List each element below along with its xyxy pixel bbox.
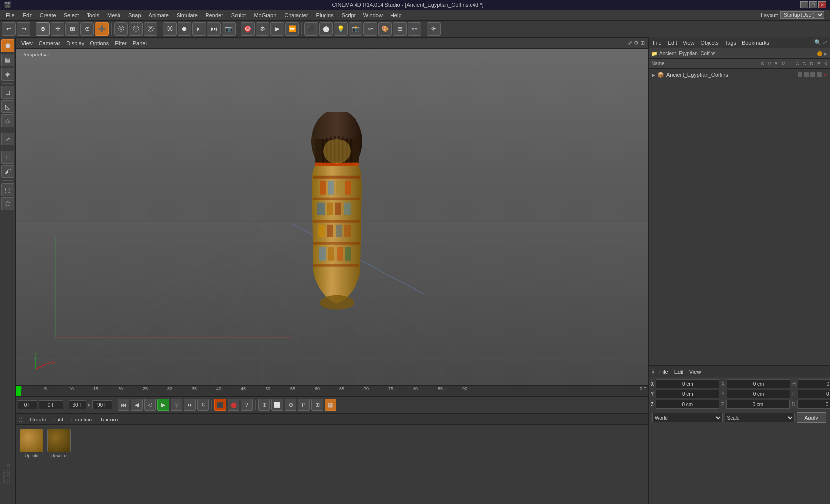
scale-tool-button[interactable]: ⊞ — [65, 22, 79, 36]
key-frame-button[interactable]: ⬜ — [271, 399, 283, 411]
redo-button[interactable]: ↪ — [17, 22, 30, 36]
coord-x-size[interactable] — [727, 379, 790, 388]
goto-start-button[interactable]: ⏮ — [118, 399, 129, 411]
end-frame-input[interactable] — [92, 400, 112, 409]
menu-character[interactable]: Character — [280, 11, 312, 19]
uvw-button[interactable]: ⬚ — [1, 183, 14, 196]
record-button[interactable]: ⏺ — [178, 22, 191, 36]
obj-ctrl-2[interactable] — [804, 72, 809, 77]
vp-expand-icon[interactable]: ⤢ — [628, 40, 632, 46]
menu-snap[interactable]: Snap — [124, 11, 145, 19]
light2-button[interactable]: ☀ — [427, 22, 441, 36]
material-button[interactable]: 🎨 — [378, 22, 392, 36]
sculpt-button[interactable]: ⬡ — [1, 197, 14, 210]
model-tool-button[interactable]: ⬟ — [1, 39, 14, 52]
undo-button[interactable]: ↩ — [2, 22, 16, 36]
obj-expand-icon[interactable]: ⤢ — [823, 39, 827, 46]
deform-button[interactable]: ⊔ — [1, 151, 14, 164]
viewport-container[interactable]: View Cameras Display Options Filter Pane… — [16, 37, 648, 386]
menu-window[interactable]: Window — [359, 11, 386, 19]
menu-create[interactable]: Create — [36, 11, 60, 19]
menu-edit[interactable]: Edit — [19, 11, 36, 19]
cycle-button[interactable]: ⊙ — [285, 399, 296, 411]
render-view-button[interactable]: 🎯 — [241, 22, 255, 36]
attr-menu-edit[interactable]: Edit — [673, 369, 685, 375]
render-settings-button[interactable]: ⚙ — [256, 22, 269, 36]
coord-y-pos[interactable] — [656, 390, 719, 398]
vp-menu-filter[interactable]: Filter — [113, 40, 128, 46]
stereo-button[interactable]: 👓 — [408, 22, 421, 36]
coord-x-pos[interactable] — [656, 379, 719, 388]
frame-display[interactable] — [39, 400, 63, 409]
timeline-ruler[interactable]: 0 5 10 15 20 25 30 35 40 45 50 55 60 65 — [16, 386, 648, 397]
obj-ctrl-4[interactable] — [817, 72, 822, 77]
goto-end-button[interactable]: ⏭ — [184, 399, 196, 411]
attr-menu-view[interactable]: View — [688, 369, 703, 375]
coord-z-pos[interactable] — [656, 400, 719, 409]
grid-button[interactable]: ⊞ — [311, 399, 323, 411]
obj-menu-bookmarks[interactable]: Bookmarks — [741, 40, 771, 46]
render-active-button[interactable]: ▶ — [270, 22, 284, 36]
point-tool-button[interactable]: ◇ — [1, 114, 14, 127]
menu-select[interactable]: Select — [60, 11, 83, 19]
menu-mesh[interactable]: Mesh — [103, 11, 124, 19]
menu-sculpt[interactable]: Sculpt — [227, 11, 250, 19]
vp-menu-display[interactable]: Display — [64, 40, 86, 46]
current-frame-input[interactable] — [18, 400, 37, 409]
play-backward-button[interactable]: ◁ — [144, 399, 156, 411]
bp-menu-function[interactable]: Function — [69, 417, 94, 422]
obj-menu-objects[interactable]: Objects — [699, 40, 720, 46]
menu-tools[interactable]: Tools — [83, 11, 103, 19]
x-axis-button[interactable]: Ⓧ — [114, 22, 128, 36]
key-help-button[interactable]: ? — [241, 399, 253, 411]
close-button[interactable]: ✕ — [818, 1, 826, 8]
next-frame-button[interactable]: ▷ — [171, 399, 182, 411]
coord-h-rot[interactable] — [798, 379, 830, 388]
coord-y-size[interactable] — [727, 390, 790, 398]
coord-system-select[interactable]: World — [652, 413, 723, 422]
auto-key-button[interactable]: ⏯ — [192, 22, 206, 36]
attr-menu-file[interactable]: File — [658, 369, 670, 375]
vertex-tool-button[interactable]: ◈ — [1, 68, 14, 81]
select-tool-button[interactable]: ⊕ — [36, 22, 50, 36]
obj-menu-file[interactable]: File — [652, 40, 663, 46]
render-all-button[interactable]: ⏩ — [285, 22, 299, 36]
apply-button[interactable]: Apply — [797, 412, 826, 423]
menu-script[interactable]: Script — [338, 11, 359, 19]
record-stop-button[interactable]: ⬛ — [214, 399, 226, 411]
edge-tool-button[interactable]: ◺ — [1, 100, 14, 113]
floor-button[interactable]: ⊟ — [393, 22, 407, 36]
object-row-coffins[interactable]: ▶ 📦 Ancient_Egyptian_Coffins ✕ — [650, 70, 829, 80]
vp-maximize-icon[interactable]: ⊞ — [640, 40, 645, 46]
menu-render[interactable]: Render — [202, 11, 227, 19]
viewport-scene[interactable]: Perspective — [16, 49, 648, 385]
bp-menu-edit[interactable]: Edit — [52, 417, 65, 422]
menu-simulate[interactable]: Simulate — [173, 11, 202, 19]
bp-menu-create[interactable]: Create — [28, 417, 48, 422]
pose-button[interactable]: P — [298, 399, 310, 411]
menu-mograph[interactable]: MoGraph — [250, 11, 280, 19]
add-button[interactable]: ➕ — [95, 22, 109, 36]
vp-settings-icon[interactable]: ⚙ — [634, 40, 639, 46]
material-down-o[interactable]: down_o — [47, 429, 71, 500]
vp-menu-view[interactable]: View — [19, 40, 35, 46]
coord-b-rot[interactable] — [797, 400, 830, 409]
menu-plugins[interactable]: Plugins — [312, 11, 338, 19]
rotate-tool-button[interactable]: ⊙ — [80, 22, 94, 36]
transform-mode-select[interactable]: Scale — [725, 413, 795, 422]
z-axis-button[interactable]: Ⓩ — [144, 22, 157, 36]
menu-file[interactable]: File — [2, 11, 19, 19]
obj-ctrl-3[interactable] — [810, 72, 815, 77]
vp-menu-panel[interactable]: Panel — [131, 40, 148, 46]
paint-button[interactable]: 🖌 — [1, 165, 14, 178]
obj-delete-icon[interactable]: ✕ — [823, 72, 827, 77]
obj-menu-tags[interactable]: Tags — [723, 40, 738, 46]
coord-p-rot[interactable] — [798, 390, 830, 398]
polygon-tool-button[interactable]: ◻ — [1, 86, 14, 99]
obj-menu-view[interactable]: View — [682, 40, 696, 46]
bp-menu-texture[interactable]: Texture — [98, 417, 119, 422]
cube-button[interactable]: ⬛ — [304, 22, 318, 36]
stop-button[interactable]: ⬤ — [228, 399, 239, 411]
obj-menu-edit[interactable]: Edit — [666, 40, 679, 46]
camera2-button[interactable]: 📸 — [349, 22, 362, 36]
